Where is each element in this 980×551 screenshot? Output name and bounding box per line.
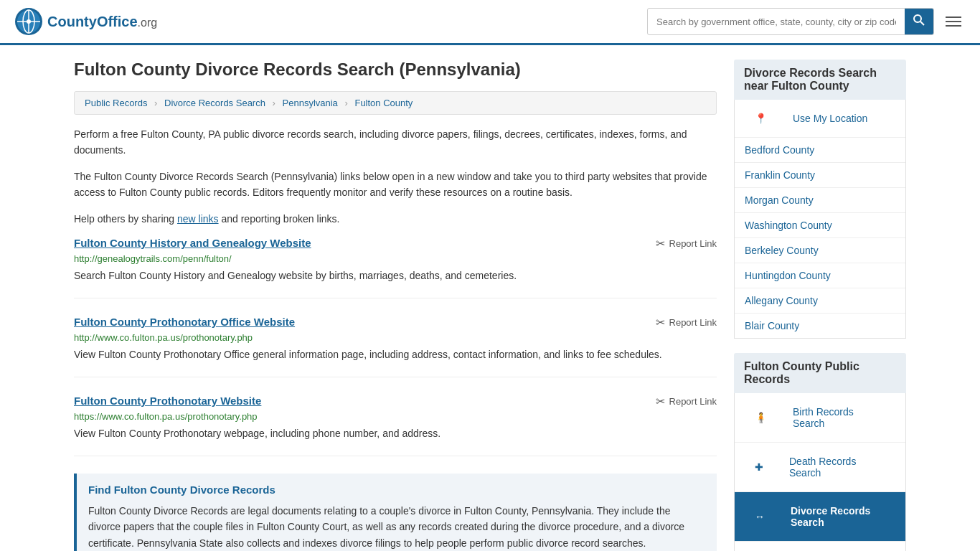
list-item[interactable]: Berkeley County [735,238,905,263]
bedford-county-link[interactable]: Bedford County [735,138,905,162]
morgan-county-link[interactable]: Morgan County [735,188,905,212]
new-links-link[interactable]: new links [177,213,219,225]
washington-county-link[interactable]: Washington County [735,213,905,237]
breadcrumb: Public Records › Divorce Records Search … [74,91,717,115]
result-desc-2: View Fulton County Prothonotary Office g… [74,347,717,362]
public-records-title: Fulton County Public Records [734,353,906,393]
report-icon: ✂ [656,237,665,250]
use-location-label: Use My Location [783,106,877,131]
cross-icon: ✚ [745,455,773,479]
hamburger-line [946,17,961,18]
birth-records-label: Birth Records Search [783,400,895,435]
header-right [647,8,966,35]
list-item[interactable]: 🧍 Birth Records Search [735,393,905,443]
search-input[interactable] [648,11,905,33]
allegany-county-link[interactable]: Allegany County [735,288,905,313]
question-icon: ? [745,548,771,551]
list-item[interactable]: Huntingdon County [735,263,905,288]
hamburger-line [946,21,961,22]
content-area: Fulton County Divorce Records Search (Pe… [74,60,717,551]
result-header: Fulton County Prothonotary Office Websit… [74,316,717,329]
list-item[interactable]: Washington County [735,213,905,238]
nearby-title: Divorce Records Search near Fulton Count… [734,60,906,100]
result-url-2: http://www.co.fulton.pa.us/prothonotary.… [74,332,717,343]
report-icon: ✂ [656,316,665,329]
svg-line-7 [920,22,924,25]
result-desc-3: View Fulton County Prothonotary webpage,… [74,426,717,441]
divorce-records-link[interactable]: ↔ Divorce Records Search [735,492,905,541]
list-item[interactable]: Morgan County [735,188,905,213]
logo-icon [14,7,43,36]
report-icon: ✂ [656,395,665,408]
find-box-text: Fulton County Divorce Records are legal … [88,503,705,551]
huntingdon-county-link[interactable]: Huntingdon County [735,263,905,288]
list-item[interactable]: Allegany County [735,288,905,314]
person-icon: 🧍 [745,405,777,430]
hamburger-menu-button[interactable] [941,12,966,31]
report-link-label-3: Report Link [669,396,717,407]
result-title-1[interactable]: Fulton County History and Genealogy Webs… [74,237,311,249]
intro3-post: and reporting broken links. [219,213,340,225]
report-link-3[interactable]: ✂ Report Link [656,395,717,408]
death-records-label: Death Records Search [779,449,895,485]
public-records-section: Fulton County Public Records 🧍 Birth Rec… [734,353,906,551]
result-title-2[interactable]: Fulton County Prothonotary Office Websit… [74,316,295,328]
list-item[interactable]: ✚ Death Records Search [735,443,905,492]
header: CountyOffice.org [0,0,980,45]
list-item[interactable]: Franklin County [735,163,905,188]
intro3-pre: Help others by sharing [74,213,177,225]
result-item: Fulton County History and Genealogy Webs… [74,237,717,298]
main-container: Fulton County Divorce Records Search (Pe… [60,45,920,551]
svg-point-6 [914,15,921,22]
genealogy-search-link[interactable]: ? Genealogy Search [735,542,905,551]
birth-records-link[interactable]: 🧍 Birth Records Search [735,393,905,442]
divorce-records-label: Divorce Records Search [781,499,895,534]
search-button[interactable] [905,9,933,34]
berkeley-county-link[interactable]: Berkeley County [735,238,905,263]
list-item[interactable]: Blair County [735,314,905,338]
death-records-link[interactable]: ✚ Death Records Search [735,443,905,491]
logo-area: CountyOffice.org [14,7,157,36]
list-item[interactable]: ? Genealogy Search [735,542,905,551]
breadcrumb-sep: › [344,98,347,108]
breadcrumb-pennsylvania[interactable]: Pennsylvania [283,98,338,108]
search-bar [647,8,934,35]
franklin-county-link[interactable]: Franklin County [735,163,905,187]
breadcrumb-fulton-county[interactable]: Fulton County [354,98,413,108]
result-title-3[interactable]: Fulton County Prothonotary Website [74,395,261,407]
result-url-1: http://genealogytrails.com/penn/fulton/ [74,253,717,264]
svg-point-5 [27,19,31,24]
sidebar: Divorce Records Search near Fulton Count… [734,60,906,551]
intro-paragraph-3: Help others by sharing new links and rep… [74,211,717,227]
report-link-label-1: Report Link [669,238,717,249]
find-box: Find Fulton County Divorce Records Fulto… [74,474,717,551]
result-item: Fulton County Prothonotary Office Websit… [74,316,717,377]
use-location-item[interactable]: 📍 Use My Location [735,100,905,138]
hamburger-line [946,25,961,27]
nearby-section: Divorce Records Search near Fulton Count… [734,60,906,339]
list-item[interactable]: Bedford County [735,138,905,163]
intro-paragraph-2: The Fulton County Divorce Records Search… [74,169,717,201]
breadcrumb-divorce-records[interactable]: Divorce Records Search [164,98,265,108]
result-item: Fulton County Prothonotary Website ✂ Rep… [74,395,717,456]
report-link-label-2: Report Link [669,317,717,328]
find-box-title: Find Fulton County Divorce Records [88,484,705,496]
search-icon [913,14,925,26]
logo-text: CountyOffice.org [47,14,157,30]
nearby-list: 📍 Use My Location Bedford County Frankli… [734,100,906,339]
breadcrumb-sep: › [273,98,275,108]
report-link-2[interactable]: ✂ Report Link [656,316,717,329]
use-location-link[interactable]: 📍 Use My Location [735,100,905,137]
result-header: Fulton County History and Genealogy Webs… [74,237,717,250]
page-title: Fulton County Divorce Records Search (Pe… [74,60,717,80]
breadcrumb-public-records[interactable]: Public Records [85,98,147,108]
location-pin-icon: 📍 [745,106,777,131]
breadcrumb-sep: › [154,98,157,108]
genealogy-search-label: Genealogy Search [776,548,880,551]
arrows-icon: ↔ [745,504,775,529]
result-url-3: https://www.co.fulton.pa.us/prothonotary… [74,411,717,422]
blair-county-link[interactable]: Blair County [735,314,905,338]
result-desc-1: Search Fulton County History and Genealo… [74,268,717,283]
report-link-1[interactable]: ✂ Report Link [656,237,717,250]
list-item-active[interactable]: ↔ Divorce Records Search [735,492,905,542]
